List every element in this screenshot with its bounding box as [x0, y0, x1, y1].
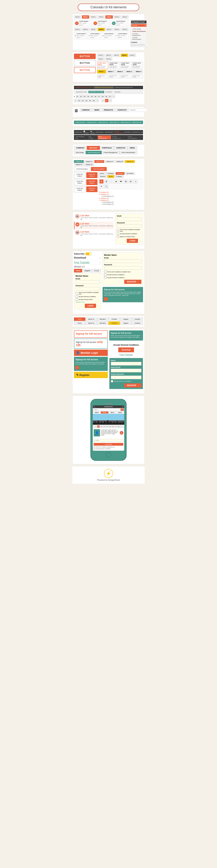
right-name-input[interactable] [111, 362, 141, 366]
support-btn[interactable]: Support [82, 269, 92, 273]
dot-menu-item-1[interactable]: Menu Item 01 [75, 122, 85, 123]
breadcrumb-run[interactable]: RUN [141, 131, 144, 133]
phone-nav-menu-2[interactable]: MENU [101, 411, 108, 413]
dot-menu-item-2[interactable]: Menu Item 02 [87, 122, 97, 123]
icon-tool-dots[interactable]: ⋮ [109, 180, 113, 183]
tab-content-box-d[interactable]: YOUR TEXT HERE [132, 74, 143, 79]
accept-checkbox[interactable] [117, 232, 119, 235]
navbar2-home[interactable]: Home [74, 321, 85, 325]
breadcrumb-contacts[interactable]: CONTACTS [132, 131, 140, 133]
tab-news[interactable]: NEWS [128, 146, 137, 150]
company-list-item[interactable]: Web Design [132, 28, 146, 30]
page-next-arrow-b[interactable]: ‹ [96, 99, 99, 102]
nav-item[interactable]: MENU [113, 28, 121, 31]
page-04b[interactable]: 04 [88, 99, 92, 102]
reg-accept2-checkbox[interactable] [104, 276, 107, 279]
nav-item[interactable]: MENU [105, 28, 113, 31]
phone-play-btn[interactable]: ▶ [120, 431, 123, 435]
subtab-web-design[interactable]: Web Design [74, 151, 86, 154]
nav-products[interactable]: PRODUCTS [102, 108, 115, 112]
phone-download-btn[interactable]: Download! [94, 443, 123, 446]
gallery-tab[interactable]: Gallery 26 [74, 160, 84, 163]
nav-item-yellow[interactable]: MENU [121, 54, 128, 57]
gallery-nav-services[interactable]: Services [116, 172, 125, 175]
navbar2-members[interactable]: Members [97, 321, 109, 325]
tree-category-02[interactable]: ▸ Category 02 [99, 193, 114, 195]
address-shipping[interactable]: SHIPPING OPTIONS [88, 91, 104, 93]
subtab-product-mgmt[interactable]: Product Management [102, 151, 119, 154]
gallery-nav-company[interactable]: Company [106, 172, 115, 175]
navbar1-support[interactable]: Support [120, 317, 132, 321]
breadcrumb-entries[interactable]: ENTRIES [124, 131, 131, 133]
right-accept-checkbox[interactable] [111, 380, 113, 382]
tab-content-box-4[interactable]: YOUR TEXT HERE Your text here lorem ipsu… [132, 62, 143, 69]
company-list-item[interactable]: Server Administration [132, 36, 146, 40]
nav-contacts[interactable]: CONTACTS [115, 108, 128, 112]
nav-dark-web-dev[interactable]: Web Development [98, 135, 111, 140]
page-09[interactable]: 09 [105, 95, 108, 98]
right-setup-password-input[interactable] [111, 376, 141, 379]
phone-page-06[interactable]: 06 [112, 425, 114, 428]
tab-services[interactable]: SERVICES [87, 146, 100, 150]
tree-category-05[interactable]: ▸ Category 05 [99, 199, 114, 201]
page-05[interactable]: 05 [90, 95, 93, 98]
register-btn[interactable]: REGISTER → [124, 280, 141, 284]
page-02b[interactable]: 02 [81, 99, 84, 102]
tab-content-box-2[interactable]: YOUR TEXT HERE Your text here lorem ipsu… [109, 62, 120, 69]
breadcrumb-home[interactable]: 🏠 HOME [90, 130, 94, 134]
icon-tool-grid[interactable]: ⊞ [100, 180, 103, 183]
gallery-nav-works[interactable]: Our Works [125, 172, 135, 175]
tab-company[interactable]: COMPANY [74, 146, 87, 150]
button-1[interactable]: BUTTON [74, 54, 96, 59]
phone-page-01[interactable]: 01 [97, 425, 100, 428]
breadcrumb-favorites[interactable]: FAVORITES [105, 131, 113, 133]
push-btn-orange-4[interactable]: Push the button [86, 186, 97, 192]
push-btn-orange-2[interactable]: Push the button [86, 172, 97, 178]
member-privacy-checkbox[interactable] [76, 298, 78, 301]
member-accept-checkbox[interactable] [76, 296, 78, 298]
navbar2-contacts[interactable]: Contacts [132, 321, 143, 325]
member-login-btn[interactable]: LOGIN [85, 304, 96, 308]
gallery-nav-partners[interactable]: Partners [98, 175, 107, 178]
company-list-item-selected[interactable]: Web Development [132, 30, 146, 32]
nav-item[interactable]: MENU [113, 16, 121, 19]
page-04[interactable]: 04 [87, 95, 90, 98]
push-btn-outline-2[interactable]: Push the button [74, 172, 85, 178]
nav-item[interactable]: MENU [113, 54, 120, 57]
phone-page-03[interactable]: 03 [103, 425, 105, 428]
nav-item[interactable]: MENU [105, 57, 112, 61]
tree-sub-04[interactable]: ▸ SubCategory 04 [99, 195, 114, 197]
free-tutorials-link[interactable]: Free Tutorials [119, 353, 133, 356]
tab-contacts[interactable]: CONTACTS [114, 146, 128, 150]
menu-item-dot-3[interactable]: • Lorem Ipsum Info: Lorem Ipsum [102, 32, 115, 39]
tab-menu-4[interactable]: MENU 4 [125, 70, 134, 73]
navbar2-about[interactable]: About Us [85, 321, 97, 325]
nav-dark-product[interactable]: Product Management [111, 135, 127, 140]
menu-item-dot-1[interactable]: • Lorem Ipsum Info: Lorem Ipsum [74, 32, 87, 39]
phone-nav-menu-3[interactable]: MENU [109, 411, 116, 413]
company-list-item[interactable]: Product Management [132, 32, 146, 36]
password-input[interactable] [117, 224, 141, 228]
menu-item-dot-2[interactable]: • Lorem Ipsum Info: Lorem Ipsum [88, 32, 101, 39]
tree-category-04[interactable]: ▸ Category 04 [99, 197, 114, 199]
contacts-search-input[interactable] [131, 44, 147, 46]
phone-nav-menu-1[interactable]: MENU [93, 411, 101, 413]
phone-terms-checkbox[interactable] [94, 446, 95, 447]
reg-password-input[interactable] [104, 266, 141, 270]
green-arrow-btn[interactable]: → [104, 297, 108, 301]
page-08[interactable]: 08 [101, 95, 104, 98]
nav-item-yellow[interactable]: MENU [98, 28, 105, 31]
icon-tool-list[interactable]: ☰ [104, 180, 108, 183]
faq-btn[interactable]: F.A.Q. [92, 269, 101, 273]
main-search-input[interactable] [129, 108, 146, 112]
page-06[interactable]: 06 [94, 95, 97, 98]
button-3[interactable]: BUTTON [74, 67, 96, 73]
member-email-input[interactable] [76, 280, 100, 284]
phone-page-08[interactable]: 08 [117, 425, 120, 428]
right-register-btn[interactable]: REGISTER → [124, 383, 141, 388]
gallery-nav-home[interactable]: Home [98, 172, 105, 175]
phone-home-btn[interactable] [106, 452, 111, 458]
login-btn[interactable]: LOGIN [127, 239, 138, 243]
tree-sub-08a[interactable]: ▸ SubCategory 08 [99, 201, 114, 203]
page-03[interactable]: 03 [83, 95, 86, 98]
